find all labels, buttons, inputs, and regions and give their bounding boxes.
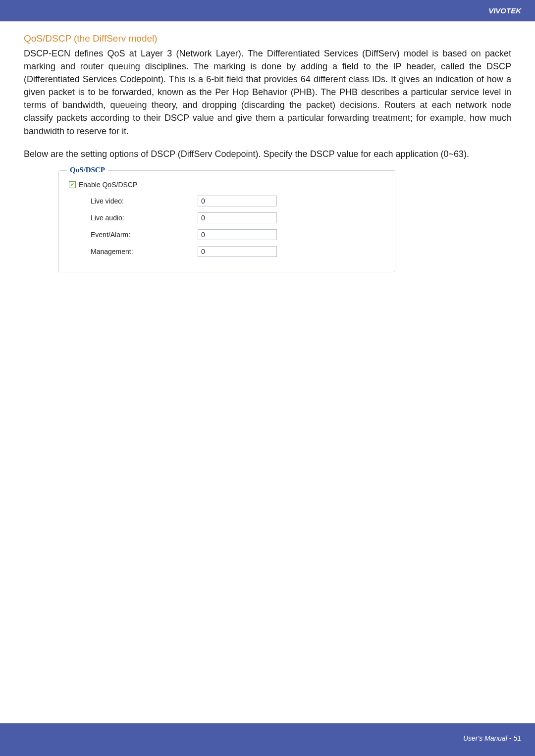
section-heading: QoS/DSCP (the DiffServ model): [24, 33, 511, 44]
management-input[interactable]: [198, 246, 277, 257]
event-alarm-label: Event/Alarm:: [69, 231, 198, 239]
page: VIVOTEK QoS/DSCP (the DiffServ model) DS…: [0, 0, 535, 756]
panel-legend: QoS/DSCP: [67, 166, 108, 174]
paragraph-2: Below are the setting options of DSCP (D…: [24, 148, 511, 160]
management-row: Management:: [69, 246, 385, 257]
footer-text: User's Manual - 51: [463, 734, 521, 742]
live-video-label: Live video:: [69, 197, 198, 205]
live-video-input[interactable]: [198, 196, 277, 206]
enable-qos-label: Enable QoS/DSCP: [79, 181, 137, 189]
live-audio-label: Live audio:: [69, 214, 198, 222]
checkbox-icon[interactable]: ✓: [69, 181, 76, 188]
content-area: QoS/DSCP (the DiffServ model) DSCP-ECN d…: [0, 22, 535, 272]
event-alarm-row: Event/Alarm:: [69, 229, 385, 240]
event-alarm-input[interactable]: [198, 229, 277, 240]
qos-dscp-panel: QoS/DSCP ✓ Enable QoS/DSCP Live video: L…: [58, 170, 395, 272]
brand-label: VIVOTEK: [488, 6, 521, 15]
live-audio-input[interactable]: [198, 212, 277, 223]
paragraph-1: DSCP-ECN defines QoS at Layer 3 (Network…: [24, 47, 511, 138]
live-audio-row: Live audio:: [69, 212, 385, 223]
footer-bar: User's Manual - 51: [0, 723, 535, 756]
enable-qos-row[interactable]: ✓ Enable QoS/DSCP: [69, 181, 385, 189]
management-label: Management:: [69, 248, 198, 255]
header-bar: VIVOTEK: [0, 0, 535, 21]
live-video-row: Live video:: [69, 196, 385, 206]
